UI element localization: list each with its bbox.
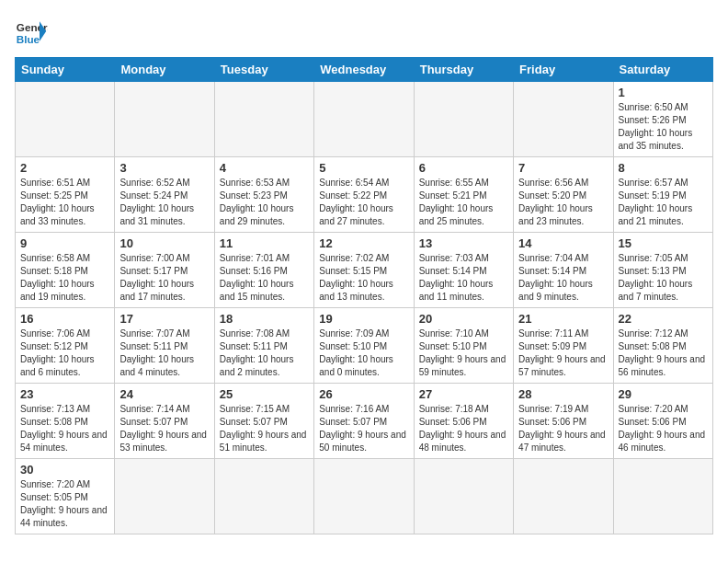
calendar-cell	[514, 459, 613, 534]
calendar-cell: 11Sunrise: 7:01 AMSunset: 5:16 PMDayligh…	[214, 233, 313, 308]
calendar-cell: 22Sunrise: 7:12 AMSunset: 5:08 PMDayligh…	[613, 308, 712, 384]
cell-info: Sunrise: 6:52 AMSunset: 5:24 PMDaylight:…	[119, 177, 209, 228]
calendar-cell: 10Sunrise: 7:00 AMSunset: 5:17 PMDayligh…	[115, 233, 214, 308]
day-number: 10	[119, 236, 209, 250]
calendar-cell: 25Sunrise: 7:15 AMSunset: 5:07 PMDayligh…	[214, 384, 313, 459]
day-number: 28	[518, 387, 608, 401]
page-header: General Blue	[15, 15, 713, 48]
calendar-cell: 12Sunrise: 7:02 AMSunset: 5:15 PMDayligh…	[314, 233, 414, 308]
cell-info: Sunrise: 7:20 AMSunset: 5:06 PMDaylight:…	[619, 403, 708, 454]
day-number: 9	[20, 236, 109, 250]
calendar-cell	[613, 459, 712, 534]
calendar-cell: 4Sunrise: 6:53 AMSunset: 5:23 PMDaylight…	[214, 157, 313, 233]
cell-info: Sunrise: 7:18 AMSunset: 5:06 PMDaylight:…	[419, 403, 508, 454]
day-number: 27	[419, 387, 508, 401]
header-sunday: Sunday	[16, 58, 115, 82]
day-number: 15	[619, 236, 708, 250]
day-number: 7	[518, 161, 608, 175]
cell-info: Sunrise: 6:56 AMSunset: 5:20 PMDaylight:…	[518, 177, 608, 228]
cell-info: Sunrise: 7:19 AMSunset: 5:06 PMDaylight:…	[518, 403, 608, 454]
cell-info: Sunrise: 7:11 AMSunset: 5:09 PMDaylight:…	[518, 327, 608, 379]
day-number: 25	[220, 387, 309, 401]
calendar-cell: 3Sunrise: 6:52 AMSunset: 5:24 PMDaylight…	[115, 157, 214, 233]
calendar-cell: 16Sunrise: 7:06 AMSunset: 5:12 PMDayligh…	[16, 308, 115, 384]
day-number: 12	[319, 236, 408, 250]
cell-info: Sunrise: 7:04 AMSunset: 5:14 PMDaylight:…	[518, 252, 608, 304]
calendar-cell: 28Sunrise: 7:19 AMSunset: 5:06 PMDayligh…	[514, 384, 613, 459]
calendar-week-row: 23Sunrise: 7:13 AMSunset: 5:08 PMDayligh…	[16, 384, 713, 459]
calendar-week-row: 1Sunrise: 6:50 AMSunset: 5:26 PMDaylight…	[16, 82, 713, 157]
day-number: 8	[619, 161, 708, 175]
day-number: 26	[319, 387, 408, 401]
calendar-cell	[314, 82, 414, 157]
day-number: 23	[20, 387, 109, 401]
cell-info: Sunrise: 7:08 AMSunset: 5:11 PMDaylight:…	[220, 327, 309, 379]
cell-info: Sunrise: 6:51 AMSunset: 5:25 PMDaylight:…	[20, 177, 109, 228]
calendar-cell: 30Sunrise: 7:20 AMSunset: 5:05 PMDayligh…	[16, 459, 115, 534]
calendar-cell	[414, 82, 513, 157]
calendar-cell	[514, 82, 613, 157]
cell-info: Sunrise: 7:00 AMSunset: 5:17 PMDaylight:…	[119, 252, 209, 304]
logo: General Blue	[15, 15, 48, 48]
day-number: 21	[518, 312, 608, 326]
calendar-cell: 26Sunrise: 7:16 AMSunset: 5:07 PMDayligh…	[314, 384, 414, 459]
day-number: 17	[119, 312, 209, 326]
header-monday: Monday	[115, 58, 214, 82]
header-wednesday: Wednesday	[314, 58, 414, 82]
cell-info: Sunrise: 6:53 AMSunset: 5:23 PMDaylight:…	[220, 177, 309, 228]
cell-info: Sunrise: 7:16 AMSunset: 5:07 PMDaylight:…	[319, 403, 408, 454]
calendar-cell: 8Sunrise: 6:57 AMSunset: 5:19 PMDaylight…	[613, 157, 712, 233]
calendar-cell: 17Sunrise: 7:07 AMSunset: 5:11 PMDayligh…	[115, 308, 214, 384]
calendar-cell: 2Sunrise: 6:51 AMSunset: 5:25 PMDaylight…	[16, 157, 115, 233]
header-friday: Friday	[514, 58, 613, 82]
calendar-week-row: 2Sunrise: 6:51 AMSunset: 5:25 PMDaylight…	[16, 157, 713, 233]
day-number: 19	[319, 312, 408, 326]
calendar-cell: 20Sunrise: 7:10 AMSunset: 5:10 PMDayligh…	[414, 308, 513, 384]
calendar-cell: 21Sunrise: 7:11 AMSunset: 5:09 PMDayligh…	[514, 308, 613, 384]
calendar-cell	[115, 459, 214, 534]
calendar-cell: 24Sunrise: 7:14 AMSunset: 5:07 PMDayligh…	[115, 384, 214, 459]
cell-info: Sunrise: 7:05 AMSunset: 5:13 PMDaylight:…	[619, 252, 708, 304]
cell-info: Sunrise: 7:20 AMSunset: 5:05 PMDaylight:…	[20, 478, 109, 530]
day-number: 1	[619, 86, 708, 99]
day-number: 13	[419, 236, 508, 250]
day-number: 3	[119, 161, 209, 175]
day-number: 2	[20, 161, 109, 175]
cell-info: Sunrise: 7:15 AMSunset: 5:07 PMDaylight:…	[220, 403, 309, 454]
cell-info: Sunrise: 7:07 AMSunset: 5:11 PMDaylight:…	[119, 327, 209, 379]
cell-info: Sunrise: 7:14 AMSunset: 5:07 PMDaylight:…	[119, 403, 209, 454]
cell-info: Sunrise: 7:06 AMSunset: 5:12 PMDaylight:…	[20, 327, 109, 379]
calendar-cell: 13Sunrise: 7:03 AMSunset: 5:14 PMDayligh…	[414, 233, 513, 308]
calendar-cell: 5Sunrise: 6:54 AMSunset: 5:22 PMDaylight…	[314, 157, 414, 233]
cell-info: Sunrise: 7:03 AMSunset: 5:14 PMDaylight:…	[419, 252, 508, 304]
day-number: 22	[619, 312, 708, 326]
cell-info: Sunrise: 6:57 AMSunset: 5:19 PMDaylight:…	[619, 177, 708, 228]
calendar-cell: 27Sunrise: 7:18 AMSunset: 5:06 PMDayligh…	[414, 384, 513, 459]
cell-info: Sunrise: 7:13 AMSunset: 5:08 PMDaylight:…	[20, 403, 109, 454]
calendar-cell: 7Sunrise: 6:56 AMSunset: 5:20 PMDaylight…	[514, 157, 613, 233]
calendar-cell: 19Sunrise: 7:09 AMSunset: 5:10 PMDayligh…	[314, 308, 414, 384]
cell-info: Sunrise: 7:12 AMSunset: 5:08 PMDaylight:…	[619, 327, 708, 379]
day-number: 20	[419, 312, 508, 326]
calendar-cell	[414, 459, 513, 534]
calendar-cell: 1Sunrise: 6:50 AMSunset: 5:26 PMDaylight…	[613, 82, 712, 157]
day-number: 29	[619, 387, 708, 401]
cell-info: Sunrise: 7:02 AMSunset: 5:15 PMDaylight:…	[319, 252, 408, 304]
calendar-table: SundayMondayTuesdayWednesdayThursdayFrid…	[15, 57, 713, 534]
calendar-cell: 14Sunrise: 7:04 AMSunset: 5:14 PMDayligh…	[514, 233, 613, 308]
day-number: 18	[220, 312, 309, 326]
cell-info: Sunrise: 6:55 AMSunset: 5:21 PMDaylight:…	[419, 177, 508, 228]
cell-info: Sunrise: 6:58 AMSunset: 5:18 PMDaylight:…	[20, 252, 109, 304]
day-number: 16	[20, 312, 109, 326]
calendar-cell: 15Sunrise: 7:05 AMSunset: 5:13 PMDayligh…	[613, 233, 712, 308]
calendar-cell: 29Sunrise: 7:20 AMSunset: 5:06 PMDayligh…	[613, 384, 712, 459]
calendar-cell	[214, 459, 313, 534]
calendar-week-row: 9Sunrise: 6:58 AMSunset: 5:18 PMDaylight…	[16, 233, 713, 308]
header-saturday: Saturday	[613, 58, 712, 82]
calendar-cell	[214, 82, 313, 157]
logo-icon: General Blue	[15, 15, 48, 48]
day-number: 14	[518, 236, 608, 250]
cell-info: Sunrise: 7:01 AMSunset: 5:16 PMDaylight:…	[220, 252, 309, 304]
day-number: 24	[119, 387, 209, 401]
calendar-week-row: 30Sunrise: 7:20 AMSunset: 5:05 PMDayligh…	[16, 459, 713, 534]
